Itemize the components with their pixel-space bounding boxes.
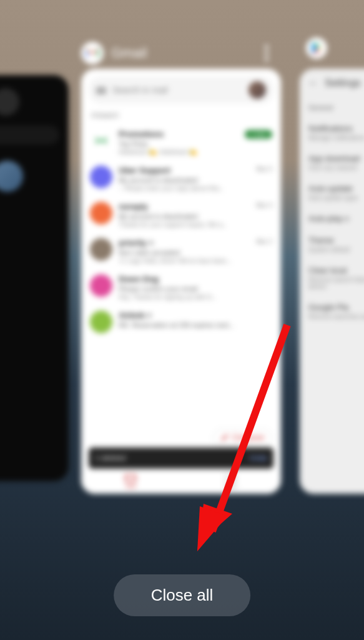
mail-date: Mar 2 (256, 238, 272, 248)
play-store-icon (306, 38, 327, 59)
mail-date: Mar 5 (256, 166, 272, 175)
mail-subject: Please confirm your email (119, 285, 272, 292)
gmail-icon (81, 42, 104, 64)
app-header-gmail[interactable]: Gmail (81, 38, 281, 69)
settings-item-title: Notifications (308, 124, 364, 133)
story-avatar (0, 161, 23, 192)
mail-subject: My account is deactivated (119, 212, 272, 220)
compose-button[interactable]: Compose (213, 429, 272, 446)
settings-item[interactable]: ThemeSystem default (308, 236, 364, 253)
search-bar[interactable]: Search in mail (89, 76, 273, 104)
mail-item[interactable]: Down Dog Please confirm your email Hey, … (89, 269, 273, 306)
mail-sender: Airbnb + (119, 311, 152, 320)
promo-preview: Hellofresh 🍋, Hellofresh 🍋 (119, 149, 272, 156)
sender-avatar (90, 238, 112, 261)
svg-rect-1 (225, 474, 232, 482)
sender-avatar (90, 311, 112, 333)
back-arrow-icon[interactable]: ← (308, 78, 318, 89)
settings-item[interactable]: Google PlaRemove searches and other acti… (308, 302, 364, 320)
settings-item[interactable]: Auto-updateAuto-update apps (308, 184, 364, 201)
sender-avatar (90, 166, 112, 188)
promo-label: Promotions (119, 129, 164, 139)
avatar (248, 81, 266, 99)
promo-badge: 1 new (245, 130, 272, 139)
app-card-settings[interactable]: ← Settings General NotificationsManage n… (300, 69, 364, 494)
mail-sender: Uber Support (119, 166, 170, 175)
settings-item-title: Auto-update (308, 184, 364, 193)
nav-mail[interactable]: Mail (125, 474, 136, 489)
nav-meet[interactable]: Meet (224, 474, 237, 489)
mail-item[interactable]: Airbnb + RE: Reservation at 230 expires … (89, 306, 273, 338)
mail-sender: noreply (119, 202, 148, 211)
mail-preview: Thanks for your support inquiry. We a... (119, 221, 272, 228)
app-header-playstore[interactable] (306, 38, 327, 59)
recent-apps-row: Gmail 12:30 Search in mail P (0, 38, 364, 512)
promo-icon (90, 129, 112, 152)
mail-subject: Item claim accepted (119, 249, 272, 256)
settings-item-sub: Manage notifications (308, 134, 364, 141)
sender-avatar (90, 274, 112, 297)
mail-sender: Down Dog (119, 274, 159, 284)
settings-item-title: Google Pla (308, 302, 364, 312)
app-card-left[interactable]: 12:30 (0, 75, 69, 481)
settings-item-title: Theme (308, 236, 364, 245)
pencil-icon (221, 434, 229, 441)
time-text: 12:30 (0, 246, 59, 260)
mail-date: Mar 4 (256, 202, 272, 211)
snackbar: 1 deleted Undo (89, 448, 273, 469)
section-label: PRIMARY (91, 112, 271, 119)
mail-promotions[interactable]: Promotions 1 new Top Picks Hellofresh 🍋,… (89, 124, 273, 161)
menu-icon (96, 86, 106, 94)
settings-header: ← Settings (308, 78, 364, 89)
bottom-nav: Mail Meet (81, 470, 281, 494)
mail-item[interactable]: priority + Mar 2 Item claim accepted +1 … (89, 233, 273, 269)
mail-item[interactable]: Uber Support Mar 5 My account is deactiv… (89, 161, 273, 197)
compose-label: Compose (232, 433, 264, 442)
snackbar-action[interactable]: Undo (249, 454, 267, 462)
app-card-gmail[interactable]: Search in mail PRIMARY Promotions 1 new … (81, 69, 281, 494)
dark-bar (0, 126, 59, 144)
settings-item-sub: Auto-update apps (308, 194, 364, 201)
settings-item-title: Clear local (308, 266, 364, 275)
circle-icon (0, 88, 19, 116)
mail-item[interactable]: noreply Mar 4 My account is deactivated … (89, 197, 273, 233)
mail-preview: Hey, Thanks for signing up with D... (119, 294, 272, 301)
mail-subject: My account is deactivated (119, 176, 272, 184)
settings-item-title: Auto-play v (308, 214, 364, 223)
settings-item[interactable]: Clear localRemove search history from th… (308, 266, 364, 290)
settings-section: General (308, 104, 364, 111)
settings-item-title: App download (308, 154, 364, 163)
promo-sender: Top Picks (119, 140, 272, 148)
meet-icon (225, 474, 236, 482)
settings-item-sub: Remove search history from this device (308, 276, 364, 290)
close-all-label: Close all (151, 586, 214, 604)
more-icon[interactable] (265, 45, 268, 61)
mail-icon (125, 474, 136, 482)
snackbar-text: 1 deleted (95, 454, 125, 462)
mail-preview: -- Please enter your reply above this... (119, 185, 272, 192)
close-all-button[interactable]: Close all (114, 574, 251, 616)
settings-title: Settings (325, 78, 361, 89)
app-title: Gmail (111, 45, 147, 61)
svg-marker-4 (197, 506, 227, 551)
settings-item-sub: System default (308, 246, 364, 253)
settings-item[interactable]: NotificationsManage notifications (308, 124, 364, 141)
search-placeholder: Search in mail (112, 85, 168, 95)
settings-item[interactable]: Auto-play v (308, 214, 364, 223)
mail-sender: priority + (119, 238, 154, 248)
settings-item-sub: Remove searches and other activity (308, 313, 364, 320)
settings-item-sub: Over any network (308, 164, 364, 171)
mail-preview: +1 Lego Hello, Anne! We've have been... (119, 258, 272, 264)
mail-subject: RE: Reservation at 230 expires next... (119, 321, 272, 329)
settings-item[interactable]: App downloadOver any network (308, 154, 364, 171)
sender-avatar (90, 202, 112, 224)
